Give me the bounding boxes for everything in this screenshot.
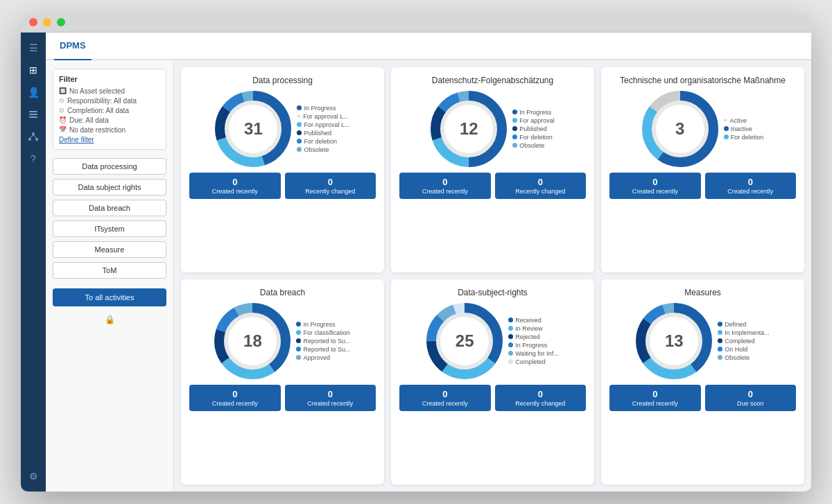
maximize-dot[interactable]	[57, 18, 65, 26]
card-data-subject-rights: Data-subject-rights25ReceivedIn ReviewRe…	[391, 279, 594, 485]
close-dot[interactable]	[29, 18, 37, 26]
card-stats-datenschutz: 0Created recently0Recently changed	[399, 173, 586, 199]
nav-btn-itsystem[interactable]: ITsystem	[53, 220, 166, 237]
legend-label: In Implementa...	[725, 329, 770, 336]
legend-item: Obsolete	[718, 354, 770, 361]
legend-label: Approved	[303, 354, 330, 361]
due-icon: ⏰	[59, 116, 67, 123]
legend-data-subject-rights: ReceivedIn ReviewRejectedIn ProgressWait…	[508, 317, 559, 365]
stat-btn-data-processing-1[interactable]: 0Recently changed	[285, 173, 376, 199]
filter-section: Filter 🔲 No Asset selected ⊙ Responsibil…	[53, 69, 166, 150]
card-stats-measures: 0Created recently0Due soon	[609, 385, 796, 411]
legend-dot	[512, 118, 517, 123]
stat-btn-technische-0[interactable]: 0Created recently	[609, 173, 701, 199]
card-datenschutz: Datenschutz-Folgenabschätzung12In Progre…	[391, 67, 594, 272]
card-stats-data-breach: 0Created recently0Created recently	[189, 385, 376, 411]
define-filter-link[interactable]: Define filter	[59, 136, 160, 144]
legend-item: Approved	[296, 354, 350, 361]
legend-label: In Progress	[519, 109, 551, 116]
legend-dot	[512, 134, 517, 139]
legend-dot	[724, 126, 729, 131]
legend-dot	[297, 130, 302, 135]
legend-technische: ×ActiveInactiveFor deletion	[724, 117, 764, 141]
legend-label: In Review	[515, 325, 543, 332]
card-data-breach: Data breach18In ProgressFor classificati…	[181, 279, 384, 485]
stat-btn-datenschutz-0[interactable]: 0Created recently	[399, 173, 491, 199]
icon-sidebar: ☰ ⊞ 👤 ? ⚙	[21, 33, 46, 492]
grid-icon[interactable]: ⊞	[24, 60, 43, 80]
legend-dot	[508, 326, 513, 331]
legend-data-processing: In Progress×For approval L...For Approva…	[297, 105, 349, 153]
card-title-data-processing: Data processing	[252, 76, 313, 85]
svg-rect-1	[29, 114, 37, 115]
lock-icon-container: 🔒	[53, 315, 166, 324]
help-icon[interactable]: ?	[24, 149, 43, 168]
legend-label: In Progress	[303, 321, 335, 328]
stat-btn-data-processing-0[interactable]: 0Created recently	[189, 173, 281, 199]
list-icon[interactable]	[24, 105, 43, 124]
stat-btn-datenschutz-1[interactable]: 0Recently changed	[495, 173, 587, 199]
legend-dot	[724, 134, 729, 139]
stat-btn-data-subject-rights-1[interactable]: 0Recently changed	[495, 385, 587, 411]
legend-item: Reported to Su...	[296, 338, 350, 345]
nav-btn-tom[interactable]: ToM	[53, 262, 166, 279]
stat-btn-technische-1[interactable]: 0Created recently	[705, 173, 797, 199]
card-stats-data-subject-rights: 0Created recently0Recently changed	[399, 385, 586, 411]
donut-measures: 13	[636, 303, 712, 379]
legend-item: Rejected	[508, 333, 559, 340]
activities-button[interactable]: To all activities	[53, 288, 166, 306]
legend-label: Rejected	[515, 333, 540, 340]
card-chart-area-datenschutz: 12In ProgressFor approvalPublishedFor de…	[399, 91, 586, 167]
donut-technische: 3	[642, 91, 718, 167]
filter-title: Filter	[59, 75, 160, 83]
card-title-data-breach: Data breach	[260, 288, 305, 297]
legend-dot	[512, 126, 517, 131]
user-icon[interactable]: 👤	[24, 82, 43, 102]
nav-btn-data-breach[interactable]: Data breach	[53, 200, 166, 216]
card-chart-area-measures: 13DefinedIn Implementa...CompletedOn Hol…	[609, 303, 796, 379]
network-icon[interactable]	[24, 127, 43, 146]
settings-icon[interactable]: ⚙	[24, 467, 43, 486]
legend-dot	[296, 322, 301, 327]
legend-dot	[718, 338, 722, 343]
legend-label: Obsolete	[304, 146, 329, 153]
legend-dot	[512, 143, 517, 148]
asset-icon: 🔲	[59, 87, 67, 94]
main-area: DPMS Filter 🔲 No Asset selected ⊙ Respon…	[46, 33, 811, 492]
legend-label: For deletion	[304, 138, 337, 145]
donut-data-breach: 18	[214, 303, 291, 379]
legend-label: Published	[304, 130, 331, 137]
legend-item: In Progress	[297, 105, 349, 112]
stat-btn-data-breach-0[interactable]: 0Created recently	[189, 385, 281, 411]
donut-center-data-processing: 31	[244, 119, 263, 139]
svg-rect-2	[29, 116, 37, 118]
card-data-processing: Data processing31In Progress×For approva…	[181, 67, 384, 272]
legend-dot	[718, 330, 722, 335]
card-stats-technische: 0Created recently0Created recently	[609, 173, 796, 199]
legend-item: Completed	[508, 358, 559, 365]
legend-dot	[297, 122, 302, 127]
legend-label: For classification	[303, 329, 349, 336]
dpms-tab[interactable]: DPMS	[54, 33, 92, 60]
legend-item: Obsolete	[297, 146, 349, 153]
svg-point-4	[28, 138, 31, 141]
responsibility-icon: ⊙	[59, 97, 64, 104]
legend-dot	[718, 347, 722, 351]
legend-item: On Hold	[718, 346, 770, 353]
donut-center-datenschutz: 12	[460, 119, 478, 139]
stat-btn-measures-0[interactable]: 0Created recently	[609, 385, 701, 411]
minimize-dot[interactable]	[43, 18, 51, 26]
card-title-measures: Measures	[684, 288, 721, 297]
legend-item: In Implementa...	[718, 329, 770, 336]
stat-btn-data-breach-1[interactable]: 0Created recently	[285, 385, 376, 411]
stat-btn-data-subject-rights-0[interactable]: 0Created recently	[399, 385, 491, 411]
stat-btn-measures-1[interactable]: 0Due soon	[705, 385, 797, 411]
card-title-technische: Technische und organisatorische Maßnahme	[620, 76, 786, 85]
nav-btn-data-processing[interactable]: Data processing	[53, 158, 166, 175]
dashboard-grid: Data processing31In Progress×For approva…	[174, 60, 811, 492]
card-stats-data-processing: 0Created recently0Recently changed	[189, 173, 376, 199]
nav-btn-measure[interactable]: Measure	[53, 241, 166, 258]
legend-item: Published	[297, 130, 349, 137]
hamburger-icon[interactable]: ☰	[24, 38, 43, 58]
nav-btn-data-subject-rights[interactable]: Data subject rights	[53, 179, 166, 195]
